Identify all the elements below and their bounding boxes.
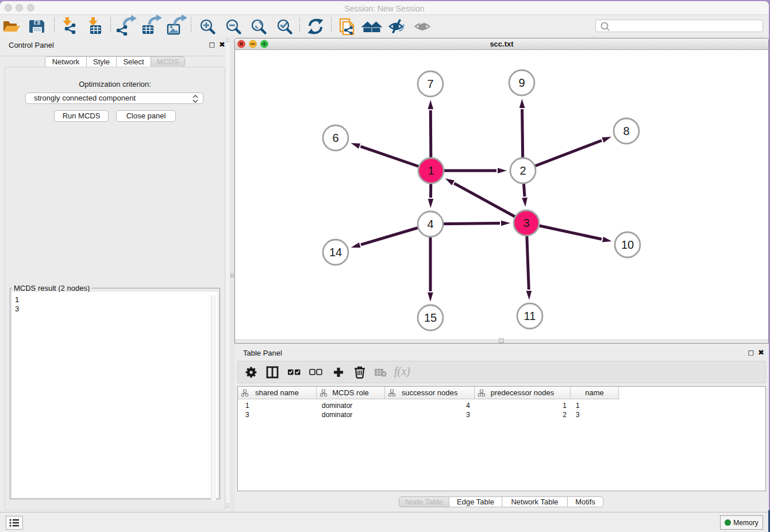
svg-text:15: 15 (424, 311, 437, 324)
svg-text:7: 7 (427, 78, 433, 90)
svg-text:3: 3 (523, 217, 529, 229)
svg-text:2: 2 (519, 164, 526, 177)
svg-text:4: 4 (427, 218, 433, 230)
svg-text:10: 10 (621, 238, 634, 251)
svg-text:9: 9 (518, 76, 525, 89)
svg-text:1: 1 (428, 164, 434, 177)
svg-text:14: 14 (329, 246, 342, 259)
svg-text:8: 8 (623, 125, 629, 137)
svg-text:11: 11 (524, 310, 536, 322)
svg-text:6: 6 (332, 132, 338, 144)
